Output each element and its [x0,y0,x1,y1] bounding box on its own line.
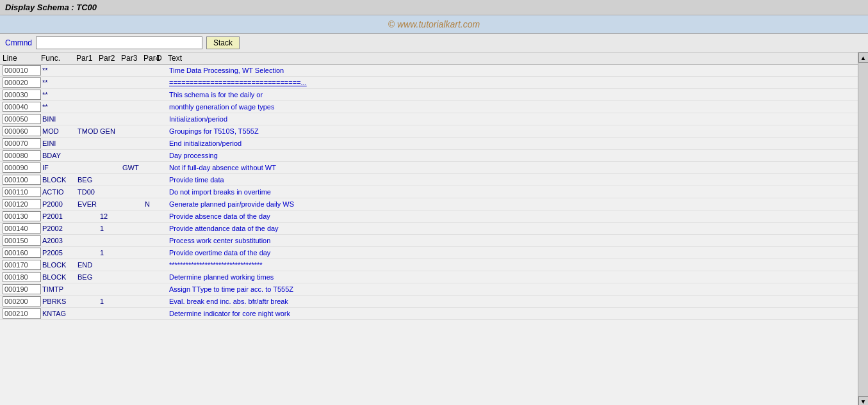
scroll-down-arrow[interactable]: ▼ [858,396,869,405]
cell-d [156,252,168,253]
cell-d [156,155,168,156]
cell-func: P2005 [41,248,76,257]
cell-par2 [99,289,121,290]
cell-line: 000210 [3,308,41,319]
cell-par3 [121,118,143,120]
column-headers: Line Func. Par1 Par2 Par3 Par4 D Text [0,52,858,65]
table-row[interactable]: 000190 TIMTP Assign TType to time pair a… [0,283,858,296]
col-header-par4: Par4 [143,54,156,63]
table-row[interactable]: 000020 ** ==============================… [0,77,858,89]
cell-func: MOD [41,127,76,136]
vertical-scrollbar[interactable]: ▲ ▼ [858,52,868,405]
table-row[interactable]: 000150 A2003 Process work center substit… [0,235,858,247]
cell-par3 [121,106,143,107]
cell-par4 [143,94,156,95]
cell-par1 [76,70,99,71]
cell-line: 000020 [3,77,41,88]
cell-line: 000090 [3,163,41,173]
cell-func: BLOCK [41,260,76,269]
col-header-par1: Par1 [76,54,99,63]
cell-text: Time Data Processing, WT Selection [168,66,855,75]
stack-button[interactable]: Stack [206,36,240,49]
cell-line: 000060 [3,126,41,136]
cell-par1 [76,252,99,253]
col-header-par2: Par2 [99,54,121,63]
page-title: Display Schema : TC00 [5,3,97,12]
table-row[interactable]: 000060 MOD TMOD GEN Groupings for T510S,… [0,125,858,138]
cell-d [156,191,168,193]
table-row[interactable]: 000200 PBRKS 1 Eval. break end inc. abs.… [0,296,858,308]
table-row[interactable]: 000050 BINI Initialization/period [0,113,858,125]
cell-d [156,82,168,83]
table-row[interactable]: 000090 IF GWT Not if full-day absence wi… [0,162,858,174]
cell-text: Initialization/period [168,115,855,123]
table-row[interactable]: 000030 ** This schema is for the daily o… [0,89,858,101]
cell-d [156,131,168,132]
cell-d [156,106,168,107]
cell-line: 000190 [3,284,41,294]
cell-text: Day processing [168,151,855,160]
cell-func: IF [41,163,76,172]
table-row[interactable]: 000180 BLOCK BEG Determine planned worki… [0,271,858,283]
table-row[interactable]: 000130 P2001 12 Provide absence data of … [0,210,858,223]
cell-par4 [143,276,156,278]
cell-func: EINI [41,139,76,148]
cell-line: 000110 [3,187,41,197]
cell-text: ================================... [168,78,855,87]
cell-par1 [76,143,99,144]
cell-par3 [121,216,143,217]
cell-d [156,167,168,168]
cell-par1 [76,94,99,95]
cell-par3 [121,203,143,205]
table-row[interactable]: 000120 P2000 EVER N Generate planned pai… [0,198,858,210]
cell-par2 [99,264,121,266]
col-header-par3: Par3 [121,54,143,63]
cell-text: monthly generation of wage types [168,102,855,111]
cell-par2 [99,155,121,156]
toolbar: Cmmnd Stack [0,34,868,52]
cell-func: P2001 [41,212,76,221]
cell-d [156,289,168,290]
cmmnd-input[interactable] [36,36,202,49]
cell-par2: GEN [99,127,121,136]
table-row[interactable]: 000210 KNTAG Determine indicator for cor… [0,308,858,320]
col-header-d: D [156,54,168,63]
cell-text: Provide attendance data of the day [168,224,855,233]
cell-d [156,118,168,120]
cell-line: 000130 [3,211,41,221]
cell-par1: TMOD [76,127,99,136]
cell-line: 000170 [3,260,41,270]
cell-par3: GWT [121,163,143,172]
cell-par1: BEG [76,175,99,184]
table-row[interactable]: 000160 P2005 1 Provide overtime data of … [0,247,858,259]
cell-par4 [143,155,156,156]
cell-par4 [143,191,156,193]
table-row[interactable]: 000140 P2002 1 Provide attendance data o… [0,223,858,235]
cell-par1 [76,216,99,217]
table-row[interactable]: 000010 ** Time Data Processing, WT Selec… [0,65,858,77]
cell-par4 [143,106,156,107]
table-row[interactable]: 000170 BLOCK END ***********************… [0,259,858,271]
cell-par1 [76,240,99,241]
cell-par1 [76,289,99,290]
cell-d [156,313,168,314]
cell-par3 [121,179,143,180]
cell-func: ** [41,78,76,87]
scroll-up-arrow[interactable]: ▲ [858,52,869,63]
cell-par2: 1 [99,224,121,233]
cell-par2 [99,70,121,71]
cell-par4 [143,264,156,266]
table-row[interactable]: 000070 EINI End initialization/period [0,138,858,150]
table-row[interactable]: 000040 ** monthly generation of wage typ… [0,101,858,113]
table-row[interactable]: 000080 BDAY Day processing [0,150,858,162]
table-row[interactable]: 000100 BLOCK BEG Provide time data [0,174,858,186]
col-header-line: Line [3,54,41,63]
cell-line: 000140 [3,223,41,234]
cell-par2 [99,143,121,144]
cell-par1 [76,301,99,302]
cell-d [156,276,168,278]
cell-func: TIMTP [41,285,76,294]
cell-func: BDAY [41,151,76,160]
cell-par3 [121,240,143,241]
table-row[interactable]: 000110 ACTIO TD00 Do not import breaks i… [0,186,858,198]
